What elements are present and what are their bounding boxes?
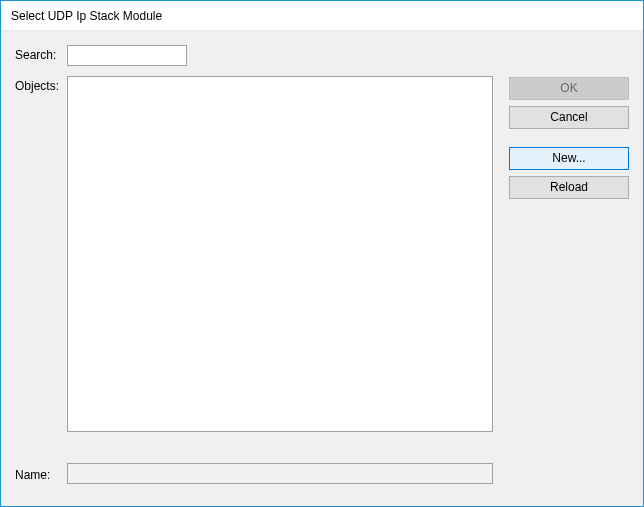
dialog-content: Search: Objects: Name: OK Cancel New... … [1, 31, 643, 506]
cancel-button[interactable]: Cancel [509, 106, 629, 129]
ok-button: OK [509, 77, 629, 100]
name-row: Name: [15, 463, 493, 484]
reload-button[interactable]: Reload [509, 176, 629, 199]
search-row: Search: [15, 45, 629, 66]
titlebar: Select UDP Ip Stack Module [1, 1, 643, 31]
objects-label: Objects: [15, 76, 67, 93]
search-input[interactable] [67, 45, 187, 66]
button-column: OK Cancel New... Reload [509, 77, 629, 205]
search-label: Search: [15, 45, 67, 62]
new-button[interactable]: New... [509, 147, 629, 170]
button-gap [509, 135, 629, 147]
objects-listbox[interactable] [67, 76, 493, 432]
window-title: Select UDP Ip Stack Module [11, 9, 162, 23]
dialog-window: Select UDP Ip Stack Module Search: Objec… [0, 0, 644, 507]
name-label: Name: [15, 465, 67, 482]
name-input[interactable] [67, 463, 493, 484]
